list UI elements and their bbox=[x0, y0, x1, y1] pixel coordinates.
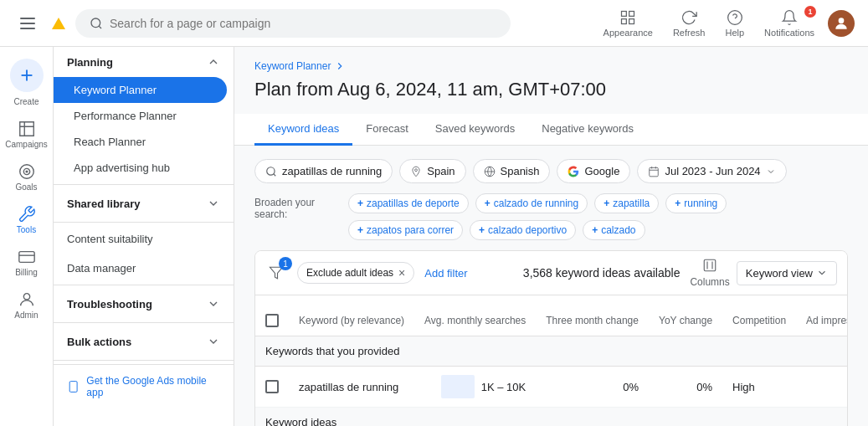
tools-icon bbox=[18, 205, 36, 223]
sidebar-item-billing[interactable]: Billing bbox=[0, 243, 53, 282]
keyword-filter-value: zapatillas de running bbox=[282, 165, 382, 177]
header-yoy-label: YoY change bbox=[659, 315, 712, 326]
broaden-chip-6[interactable]: + calzado bbox=[583, 220, 645, 240]
filter-icon-button[interactable]: 1 bbox=[265, 262, 287, 284]
help-button[interactable]: Help bbox=[718, 6, 751, 41]
select-all-checkbox[interactable] bbox=[265, 314, 279, 327]
breadcrumb-chevron-icon bbox=[334, 60, 346, 72]
hamburger-menu[interactable] bbox=[13, 11, 42, 36]
main-layout: Create Campaigns Goals Tools Billing Adm… bbox=[0, 47, 868, 426]
sidebar-item-data-manager[interactable]: Data manager bbox=[54, 255, 227, 281]
shared-library-label: Shared library bbox=[67, 198, 140, 210]
sidebar-item-goals[interactable]: Goals bbox=[0, 157, 53, 197]
svg-point-19 bbox=[267, 167, 275, 174]
mobile-app-banner[interactable]: Get the Google Ads mobile app bbox=[54, 364, 234, 408]
tab-keyword-ideas[interactable]: Keyword ideas bbox=[254, 114, 352, 146]
svg-rect-4 bbox=[622, 18, 627, 23]
search-input[interactable] bbox=[110, 17, 496, 30]
tab-forecast[interactable]: Forecast bbox=[352, 114, 422, 146]
keyword-filter-chip[interactable]: zapatillas de running bbox=[254, 159, 393, 183]
svg-rect-2 bbox=[622, 11, 627, 16]
appearance-button[interactable]: Appearance bbox=[597, 6, 660, 41]
user-avatar[interactable] bbox=[828, 10, 855, 37]
planning-label: Planning bbox=[67, 56, 113, 69]
notifications-button[interactable]: 1 Notifications bbox=[758, 6, 821, 41]
broaden-chip-1[interactable]: + calzado de running bbox=[475, 193, 588, 213]
content-area: Keyword Planner Plan from Aug 6, 2024, 1… bbox=[234, 47, 868, 426]
tab-negative-keywords[interactable]: Negative keywords bbox=[528, 114, 647, 146]
row-avg-monthly: 1K – 10K bbox=[414, 367, 536, 408]
refresh-button[interactable]: Refresh bbox=[666, 6, 712, 41]
broaden-chip-2-label: zapatilla bbox=[613, 198, 650, 209]
broaden-chip-0[interactable]: + zapatillas de deporte bbox=[348, 193, 469, 213]
svg-rect-14 bbox=[18, 252, 33, 263]
shared-library-header[interactable]: Shared library bbox=[54, 188, 234, 218]
sidebar-item-keyword-planner[interactable]: Keyword Planner bbox=[54, 77, 227, 103]
header-ad-impression: Ad impression share bbox=[796, 305, 848, 336]
exclude-adult-chip[interactable]: Exclude adult ideas × bbox=[297, 262, 414, 284]
sidebar-item-content-suitability[interactable]: Content suitability bbox=[54, 226, 227, 252]
appearance-label: Appearance bbox=[603, 28, 653, 38]
language-filter-chip[interactable]: Spanish bbox=[473, 159, 551, 183]
planning-header[interactable]: Planning bbox=[54, 47, 234, 77]
breadcrumb[interactable]: Keyword Planner bbox=[254, 60, 848, 72]
sidebar-item-performance-planner[interactable]: Performance Planner bbox=[54, 103, 227, 129]
date-filter-chip[interactable]: Jul 2023 - Jun 2024 bbox=[637, 159, 786, 183]
sidebar-item-admin[interactable]: Admin bbox=[0, 285, 53, 325]
network-filter-chip[interactable]: Google bbox=[557, 159, 630, 183]
broaden-chip-5[interactable]: + calzado deportivo bbox=[470, 220, 576, 240]
help-label: Help bbox=[725, 28, 744, 38]
help-icon bbox=[727, 9, 743, 26]
troubleshooting-chevron-icon bbox=[207, 297, 220, 311]
table-row[interactable]: zapatillas de running 1K – 10K 0% 0% Hig… bbox=[255, 367, 848, 408]
sidebar-item-app-advertising[interactable]: App advertising hub bbox=[54, 155, 227, 181]
broaden-chip-3-label: running bbox=[684, 198, 717, 209]
row-avg-monthly-value: 1K – 10K bbox=[481, 381, 526, 393]
svg-line-20 bbox=[274, 173, 276, 176]
broaden-chip-4[interactable]: + zapatos para correr bbox=[348, 220, 463, 240]
row-three-month: 0% bbox=[536, 367, 649, 408]
sidebar-item-tools[interactable]: Tools bbox=[0, 200, 53, 239]
location-filter-chip[interactable]: Spain bbox=[399, 159, 465, 183]
create-button[interactable] bbox=[10, 59, 44, 92]
troubleshooting-header[interactable]: Troubleshooting bbox=[54, 289, 234, 319]
svg-point-0 bbox=[91, 18, 100, 28]
icon-sidebar: Create Campaigns Goals Tools Billing Adm… bbox=[0, 47, 54, 426]
add-filter-button[interactable]: Add filter bbox=[424, 267, 467, 280]
admin-icon bbox=[18, 290, 36, 309]
row-checkbox[interactable] bbox=[265, 380, 279, 393]
bulk-actions-label: Bulk actions bbox=[67, 336, 131, 348]
tab-saved-keywords[interactable]: Saved keywords bbox=[422, 114, 528, 146]
header-yoy: YoY change bbox=[649, 305, 722, 336]
results-count: 3,568 keyword ideas available bbox=[523, 266, 681, 280]
broaden-chip-3[interactable]: + running bbox=[665, 193, 727, 213]
language-icon bbox=[484, 166, 496, 177]
broaden-chip-2[interactable]: + zapatilla bbox=[594, 193, 659, 213]
row-keyword: zapatillas de running bbox=[289, 367, 414, 408]
troubleshooting-section: Troubleshooting bbox=[54, 289, 234, 319]
columns-button[interactable]: Columns bbox=[690, 258, 729, 288]
mobile-app-label: Get the Google Ads mobile app bbox=[86, 375, 220, 398]
nav-actions: Appearance Refresh Help 1 Notifications bbox=[597, 6, 855, 41]
exclude-chip-close[interactable]: × bbox=[398, 266, 405, 280]
row-competition: High bbox=[722, 367, 796, 408]
notifications-label: Notifications bbox=[764, 28, 814, 38]
svg-line-1 bbox=[99, 26, 101, 28]
svg-rect-24 bbox=[650, 167, 659, 177]
keyword-view-button[interactable]: Keyword view bbox=[737, 261, 837, 285]
bulk-actions-header[interactable]: Bulk actions bbox=[54, 326, 234, 357]
view-controls: Columns Keyword view bbox=[690, 258, 837, 288]
bell-icon bbox=[781, 9, 798, 26]
content-suitability-label: Content suitability bbox=[67, 233, 153, 245]
bulk-actions-chevron-icon bbox=[207, 335, 220, 348]
shared-library-section: Shared library bbox=[54, 188, 234, 218]
location-filter-value: Spain bbox=[427, 165, 455, 177]
sidebar-item-create[interactable]: Create bbox=[0, 54, 53, 111]
header-avg-monthly-label: Avg. monthly searches bbox=[424, 315, 526, 326]
sidebar-item-campaigns[interactable]: Campaigns bbox=[0, 115, 53, 154]
header-avg-monthly: Avg. monthly searches bbox=[414, 305, 536, 336]
sidebar-item-reach-planner[interactable]: Reach Planner bbox=[54, 129, 227, 155]
keyword-table: Keyword (by relevance) Avg. monthly sear… bbox=[255, 305, 848, 426]
nav-sidebar: Planning Keyword Planner Performance Pla… bbox=[54, 47, 234, 426]
search-bar-container bbox=[75, 9, 511, 38]
